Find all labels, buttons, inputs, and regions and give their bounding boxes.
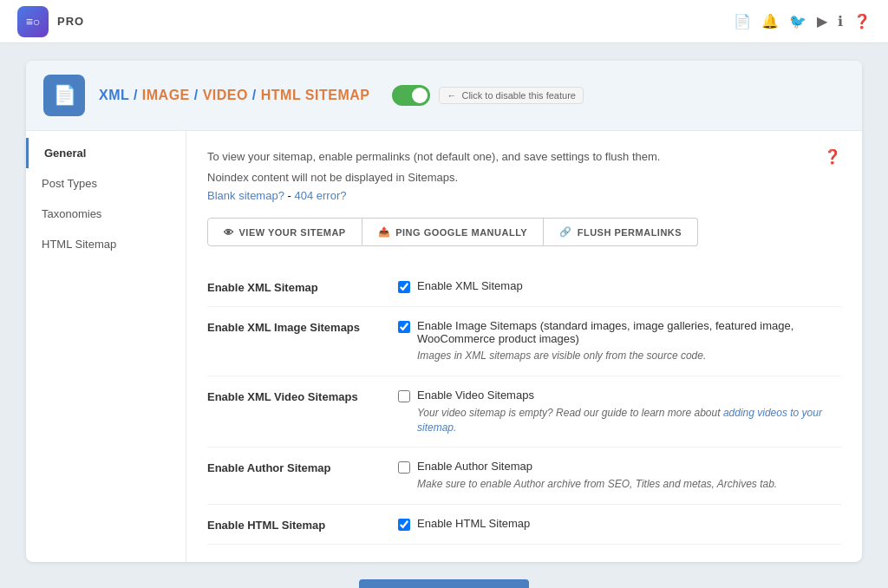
setting-control-html: Enable HTML Sitemap [398, 517, 841, 531]
html-sitemap-checkbox[interactable] [398, 519, 410, 531]
logo: ≡○ [17, 6, 49, 37]
info-text-2: Noindex content will not be displayed in… [207, 169, 841, 186]
setting-row-xml-sitemap: Enable XML Sitemap Enable XML Sitemap [207, 267, 841, 307]
settings-card: 📄 XML / IMAGE / VIDEO / HTML SITEMAP ← C… [26, 61, 862, 562]
setting-label-xml-sitemap: Enable XML Sitemap [207, 279, 381, 294]
info-text-1: To view your sitemap, enable permalinks … [207, 148, 841, 166]
setting-control-author: Enable Author Sitemap Make sure to enabl… [398, 460, 841, 492]
setting-control-xml-image: Enable Image Sitemaps (standard images, … [398, 319, 841, 363]
setting-label-xml-video: Enable XML Video Sitemaps [207, 389, 381, 403]
xml-video-note: Your video sitemap is empty? Read our gu… [417, 406, 841, 435]
sidebar-item-general[interactable]: General [26, 138, 186, 168]
help-icon[interactable]: ❓ [853, 13, 871, 29]
nav-icons: 📄 🔔 🐦 ▶ ℹ ❓ [734, 13, 871, 29]
xml-image-note: Images in XML sitemaps are visible only … [417, 349, 841, 363]
setting-label-author: Enable Author Sitemap [207, 460, 381, 474]
page-title: XML / IMAGE / VIDEO / HTML SITEMAP [99, 88, 369, 103]
nav-left: ≡○ PRO [17, 6, 84, 37]
upload-icon: 📤 [378, 226, 391, 238]
ping-google-button[interactable]: 📤 PING GOOGLE MANUALLY [362, 218, 545, 246]
top-nav: ≡○ PRO 📄 🔔 🐦 ▶ ℹ ❓ [0, 0, 888, 43]
xml-sitemap-checkbox[interactable] [398, 281, 410, 293]
sitemap-icon: 📄 [43, 75, 85, 116]
doc-icon[interactable]: 📄 [734, 13, 751, 29]
404-error-link[interactable]: 404 error? [294, 189, 346, 202]
info-links: Blank sitemap? - 404 error? [207, 189, 841, 202]
setting-label-xml-image: Enable XML Image Sitemaps [207, 319, 381, 334]
context-help-icon[interactable]: ❓ [824, 148, 841, 165]
info-icon[interactable]: ℹ [838, 13, 843, 29]
sidebar-item-post-types[interactable]: Post Types [26, 168, 186, 199]
setting-row-html: Enable HTML Sitemap Enable HTML Sitemap [207, 505, 841, 545]
pro-label: PRO [57, 15, 84, 28]
bell-icon[interactable]: 🔔 [761, 13, 779, 29]
card-body: General Post Types Taxonomies HTML Sitem… [26, 131, 862, 562]
setting-label-html: Enable HTML Sitemap [207, 517, 381, 532]
xml-image-label[interactable]: Enable Image Sitemaps (standard images, … [398, 319, 841, 345]
blank-sitemap-link[interactable]: Blank sitemap? [207, 189, 284, 202]
card-header: 📄 XML / IMAGE / VIDEO / HTML SITEMAP ← C… [26, 61, 862, 131]
feature-toggle[interactable] [392, 85, 430, 106]
youtube-icon[interactable]: ▶ [817, 13, 827, 29]
link-icon: 🔗 [559, 226, 572, 238]
xml-video-label[interactable]: Enable Video Sitemaps [398, 389, 841, 402]
xml-sitemap-label[interactable]: Enable XML Sitemap [398, 279, 841, 293]
feature-toggle-area: ← Click to disable this feature [392, 85, 583, 106]
sidebar: General Post Types Taxonomies HTML Sitem… [26, 131, 186, 562]
html-sitemap-label[interactable]: Enable HTML Sitemap [398, 517, 841, 531]
xml-image-checkbox[interactable] [398, 321, 410, 333]
action-buttons: 👁 VIEW YOUR SITEMAP 📤 PING GOOGLE MANUAL… [207, 218, 841, 246]
view-sitemap-button[interactable]: 👁 VIEW YOUR SITEMAP [207, 218, 362, 246]
sidebar-item-taxonomies[interactable]: Taxonomies [26, 199, 186, 229]
setting-row-author: Enable Author Sitemap Enable Author Site… [207, 448, 841, 505]
author-label[interactable]: Enable Author Sitemap [398, 460, 841, 474]
save-changes-button[interactable]: SAVE CHANGES [359, 579, 528, 588]
eye-icon: 👁 [224, 227, 234, 238]
setting-row-xml-video: Enable XML Video Sitemaps Enable Video S… [207, 376, 841, 448]
author-note: Make sure to enable Author archive from … [417, 477, 841, 492]
twitter-icon[interactable]: 🐦 [789, 13, 806, 29]
save-area: SAVE CHANGES [26, 562, 862, 588]
xml-video-checkbox[interactable] [398, 390, 410, 402]
setting-control-xml-video: Enable Video Sitemaps Your video sitemap… [398, 389, 841, 435]
settings-area: ❓ To view your sitemap, enable permalink… [186, 131, 862, 562]
toggle-hint: ← Click to disable this feature [439, 87, 583, 104]
sidebar-item-html-sitemap[interactable]: HTML Sitemap [26, 229, 186, 259]
flush-permalinks-button[interactable]: 🔗 FLUSH PERMALINKS [544, 218, 698, 246]
setting-control-xml-sitemap: Enable XML Sitemap [398, 279, 841, 293]
setting-row-xml-image: Enable XML Image Sitemaps Enable Image S… [207, 307, 841, 376]
main-content: 📄 XML / IMAGE / VIDEO / HTML SITEMAP ← C… [0, 43, 888, 588]
author-checkbox[interactable] [398, 461, 410, 474]
